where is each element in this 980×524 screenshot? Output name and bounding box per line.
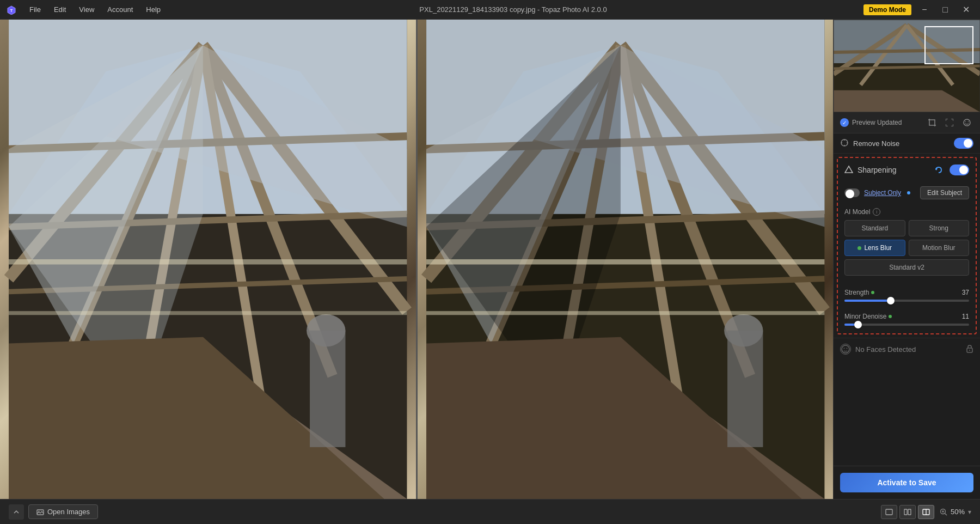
menu-help[interactable]: Help (144, 4, 163, 15)
svg-rect-71 (886, 509, 892, 515)
preview-status-text: Preview Updated (852, 119, 902, 126)
view-group (881, 505, 934, 519)
strength-slider-thumb[interactable] (887, 297, 895, 304)
activate-to-save-button[interactable]: Activate to Save (840, 473, 973, 492)
svg-rect-41 (727, 331, 763, 447)
minor-denoise-value: 11 (962, 313, 969, 320)
edit-subject-button[interactable]: Edit Subject (920, 186, 969, 199)
minor-denoise-slider-track[interactable] (844, 324, 969, 326)
svg-point-56 (968, 121, 969, 123)
menu-file[interactable]: File (27, 4, 43, 15)
minimize-button[interactable]: − (917, 2, 932, 17)
zoom-value: 50% (951, 508, 965, 516)
bottom-left: Open Images (9, 504, 98, 520)
svg-point-54 (964, 119, 970, 126)
crop-icon-button[interactable] (926, 116, 939, 129)
smiley-icon (963, 119, 971, 126)
sharpening-undo-button[interactable] (932, 163, 945, 176)
titlebar-left: T File Edit View Account Help (7, 4, 163, 15)
noise-icon (840, 138, 849, 149)
svg-rect-73 (908, 509, 911, 515)
open-images-label: Open Images (47, 508, 90, 516)
sharpening-controls (932, 163, 969, 176)
strength-label: Strength (844, 289, 874, 296)
compare-view-button[interactable] (899, 505, 916, 519)
lock-icon-svg (966, 344, 973, 353)
no-faces-left: No Faces Detected (840, 344, 916, 355)
image-icon (36, 509, 44, 515)
remove-noise-row: Remove Noise (834, 133, 980, 153)
svg-rect-43 (426, 311, 824, 315)
before-panel (0, 20, 416, 499)
activate-area: Activate to Save (834, 466, 980, 499)
menu-view[interactable]: View (77, 4, 96, 15)
minor-denoise-label-row: Minor Denoise 11 (844, 313, 969, 320)
svg-rect-20 (310, 331, 345, 447)
svg-point-66 (847, 348, 848, 349)
minor-denoise-label: Minor Denoise (844, 313, 892, 320)
right-panel: ✓ Preview Updated (833, 20, 980, 499)
minor-denoise-label-text: Minor Denoise (844, 313, 886, 320)
minor-denoise-slider-thumb[interactable] (854, 321, 862, 328)
menu-account[interactable]: Account (105, 4, 135, 15)
chevron-up-icon (13, 509, 20, 515)
zoom-expand-icon[interactable]: ▾ (968, 508, 971, 516)
face-detect-icon (841, 344, 850, 354)
model-strong-button[interactable]: Strong (909, 220, 970, 236)
subject-only-toggle[interactable] (844, 188, 860, 197)
strength-slider-track[interactable] (844, 300, 969, 302)
menu-bar: File Edit View Account Help (27, 4, 163, 15)
thumbnail-area (834, 20, 980, 112)
model-lens-blur-button[interactable]: Lens Blur (844, 240, 905, 256)
model-standard-v2-button[interactable]: Standard v2 (844, 259, 969, 276)
svg-point-70 (39, 511, 40, 512)
menu-edit[interactable]: Edit (52, 4, 68, 15)
window-title: PXL_20221129_184133903 copy.jpg - Topaz … (419, 5, 607, 14)
after-panel (418, 20, 834, 499)
svg-point-68 (969, 350, 970, 351)
thumbnail-viewport-indicator[interactable] (924, 26, 973, 64)
maximize-button[interactable]: □ (938, 2, 953, 17)
panel-scroll[interactable]: Remove Noise Sharpening (834, 133, 980, 466)
no-faces-section: No Faces Detected (834, 338, 980, 360)
close-button[interactable]: ✕ (958, 2, 973, 17)
single-view-button[interactable] (881, 505, 897, 519)
lens-blur-label: Lens Blur (864, 244, 892, 252)
strength-dot (871, 291, 874, 294)
svg-point-65 (844, 348, 845, 349)
sharpening-icon (844, 165, 853, 175)
split-view (0, 20, 833, 499)
svg-rect-22 (9, 311, 407, 315)
split-view-button[interactable] (918, 505, 934, 519)
expand-panel-button[interactable] (9, 504, 24, 520)
subject-dot (907, 191, 910, 194)
titlebar-right: Demo Mode − □ ✕ (863, 2, 973, 17)
sharpening-toggle[interactable] (950, 164, 969, 175)
split-view-icon (922, 509, 930, 515)
lock-icon (966, 344, 973, 355)
info-icon[interactable]: i (873, 208, 880, 216)
fullscreen-icon-button[interactable] (943, 116, 956, 129)
model-motion-blur-button[interactable]: Motion Blur (909, 240, 970, 256)
undo-icon (934, 166, 943, 174)
minor-denoise-dot (889, 315, 892, 318)
svg-marker-62 (845, 166, 853, 173)
before-image-svg (0, 20, 416, 499)
ai-model-grid: Standard Strong Lens Blur Motion Blur (844, 220, 969, 256)
titlebar: T File Edit View Account Help PXL_202211… (0, 0, 980, 20)
svg-rect-72 (904, 509, 907, 515)
svg-rect-42 (426, 259, 824, 265)
strength-slider-fill (844, 300, 891, 302)
sharpening-header: Sharpening (838, 158, 976, 182)
remove-noise-left: Remove Noise (840, 138, 899, 149)
smiley-icon-button[interactable] (960, 116, 973, 129)
sharpening-title: Sharpening (857, 166, 897, 174)
open-images-button[interactable]: Open Images (28, 504, 98, 519)
canvas-area (0, 20, 833, 499)
remove-noise-toggle[interactable] (954, 138, 973, 149)
svg-text:T: T (10, 8, 13, 13)
model-standard-button[interactable]: Standard (844, 220, 905, 236)
ai-model-label: AI Model i (844, 208, 969, 216)
strength-label-text: Strength (844, 289, 869, 296)
preview-check-icon: ✓ (840, 118, 849, 127)
